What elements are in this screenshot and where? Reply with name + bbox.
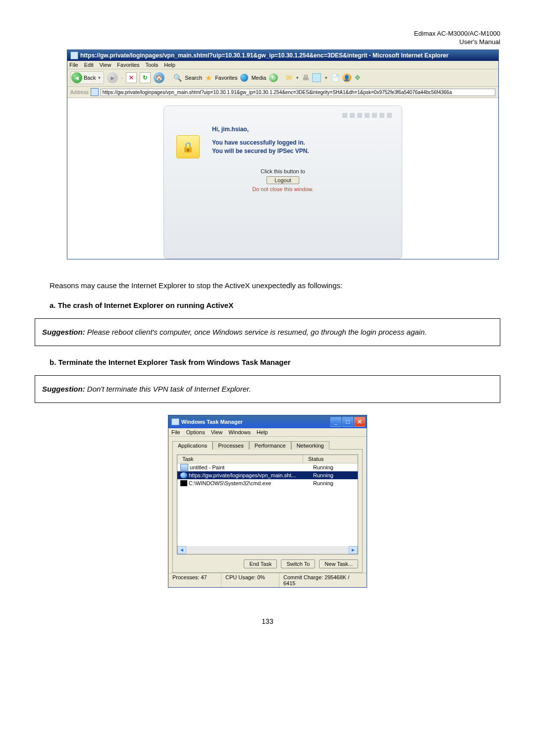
- page-header: Edimax AC-M3000/AC-M1000 User's Manual: [414, 30, 500, 47]
- page-number: 133: [35, 617, 500, 625]
- task-row-cmd[interactable]: C:\WINDOWS\System32\cmd.exe Running: [177, 479, 358, 487]
- close-button[interactable]: ✕: [354, 417, 365, 427]
- back-arrow-icon: ◄: [71, 72, 82, 83]
- tm-menubar: File Options View Windows Help: [168, 428, 367, 437]
- ie-menubar: File Edit View Favorites Tools Help: [67, 61, 498, 69]
- menu-tools[interactable]: Tools: [146, 62, 159, 68]
- tab-applications[interactable]: Applications: [172, 441, 213, 450]
- status-cpu: CPU Usage: 0%: [221, 573, 279, 587]
- vpn-msg-line2: You will be secured by IPSec VPN.: [212, 147, 389, 155]
- menu-favorites[interactable]: Favorites: [117, 62, 139, 68]
- address-label: Address: [70, 90, 89, 95]
- tab-processes[interactable]: Processes: [213, 441, 249, 450]
- ie-title-bar: https://gw.private/loginpages/vpn_main.s…: [67, 50, 498, 61]
- tm-list-header: Task Status: [177, 455, 358, 463]
- vpn-login-card: 🔒 Hi, jim.hsiao, You have successfully l…: [163, 105, 402, 259]
- tab-networking[interactable]: Networking: [291, 441, 329, 450]
- forward-button[interactable]: ►: [107, 72, 118, 83]
- stop-button[interactable]: ✕: [126, 72, 137, 83]
- suggestion-b-lead: Suggestion:: [42, 385, 85, 393]
- paint-icon: [180, 464, 188, 471]
- ie-toolbar: ◄ Back ▼ ► · ✕ ↻ 🏠 🔍 Search ★ Favorites …: [67, 69, 498, 87]
- messenger-button[interactable]: 👤: [342, 73, 351, 82]
- suggestion-box-a: Suggestion: Please reboot client's compu…: [35, 318, 500, 346]
- address-input[interactable]: https://gw.private/loginpages/vpn_main.s…: [101, 89, 495, 96]
- ie-icon: [180, 472, 187, 478]
- col-status[interactable]: Status: [303, 455, 358, 463]
- menu-view[interactable]: View: [100, 62, 111, 68]
- cmd-icon: [180, 480, 187, 486]
- folder-button[interactable]: 📄: [331, 74, 339, 82]
- horizontal-scrollbar[interactable]: ◄ ►: [177, 546, 358, 554]
- col-task[interactable]: Task: [177, 455, 303, 463]
- tm-menu-windows[interactable]: Windows: [228, 429, 251, 435]
- end-task-button[interactable]: End Task: [244, 559, 277, 568]
- task-manager-window: Windows Task Manager _ □ ✕ File Options …: [168, 415, 367, 588]
- menu-help[interactable]: Help: [164, 62, 175, 68]
- reasons-paragraph: Reasons may cause the Internet Explorer …: [50, 279, 500, 292]
- media-icon: [240, 74, 248, 82]
- tab-performance[interactable]: Performance: [249, 441, 291, 450]
- favorites-star-icon: ★: [205, 73, 212, 83]
- task-manager-icon: [171, 418, 179, 425]
- home-button[interactable]: 🏠: [154, 72, 164, 83]
- menu-file[interactable]: File: [69, 62, 78, 68]
- links-button[interactable]: ❖: [354, 73, 361, 82]
- refresh-button[interactable]: ↻: [140, 72, 151, 83]
- vpn-warning: Do not close this window.: [164, 186, 402, 192]
- new-task-button[interactable]: New Task...: [319, 559, 358, 568]
- tm-status-bar: Processes: 47 CPU Usage: 0% Commit Charg…: [168, 573, 367, 587]
- ie-browser-window: https://gw.private/loginpages/vpn_main.s…: [67, 50, 499, 259]
- suggestion-box-b: Suggestion: Don't terminate this VPN tas…: [35, 375, 500, 403]
- scroll-right-icon[interactable]: ►: [349, 546, 358, 554]
- suggestion-a-lead: Suggestion:: [42, 328, 85, 336]
- history-button[interactable]: ↻: [269, 73, 278, 82]
- tm-title-bar: Windows Task Manager _ □ ✕: [168, 415, 367, 428]
- tm-panel: Task Status untitled - Paint Running: [172, 449, 363, 573]
- page-favicon-icon: [91, 88, 99, 96]
- chevron-down-icon: ▼: [97, 76, 101, 80]
- tm-tabs: Applications Processes Performance Netwo…: [172, 441, 363, 449]
- product-name: Edimax AC-M3000/AC-M1000: [414, 30, 500, 38]
- doc-subtitle: User's Manual: [414, 38, 500, 47]
- suggestion-b-body: Don't terminate this VPN task of Interne…: [85, 385, 251, 393]
- ie-address-bar: Address https://gw.private/loginpages/vp…: [67, 87, 498, 98]
- heading-b: b. Terminate the Internet Explorer Task …: [50, 358, 500, 366]
- heading-a: a. The crash of Internet Explorer on run…: [50, 301, 500, 309]
- mail-button[interactable]: ✉: [286, 73, 292, 82]
- tm-task-list: Task Status untitled - Paint Running: [177, 454, 358, 554]
- lock-icon: 🔒: [176, 135, 200, 158]
- tm-menu-file[interactable]: File: [171, 429, 180, 435]
- menu-edit[interactable]: Edit: [84, 62, 94, 68]
- ie-title-text: https://gw.private/loginpages/vpn_main.s…: [80, 52, 448, 59]
- favorites-button[interactable]: Favorites: [215, 75, 237, 81]
- back-button[interactable]: ◄ Back ▼: [70, 71, 104, 84]
- search-button[interactable]: Search: [185, 75, 202, 81]
- status-commit: Commit Charge: 295468K / 6415: [279, 573, 367, 587]
- vpn-greeting: Hi, jim.hsiao,: [212, 126, 389, 133]
- logout-button[interactable]: Logout: [267, 176, 299, 184]
- maximize-button[interactable]: □: [342, 417, 353, 427]
- tm-menu-help[interactable]: Help: [257, 429, 268, 435]
- tm-menu-view[interactable]: View: [211, 429, 223, 435]
- status-processes: Processes: 47: [168, 573, 221, 587]
- suggestion-a-body: Please reboot client's computer, once Wi…: [85, 328, 427, 336]
- vpn-msg-line1: You have successfully logged in.: [212, 139, 389, 147]
- vpn-click-label: Click this button to: [164, 168, 402, 174]
- task-row-ie-vpn[interactable]: https://gw.private/loginpages/vpn_main.s…: [177, 471, 358, 479]
- print-button[interactable]: 🖶: [302, 74, 309, 82]
- media-button[interactable]: Media: [251, 75, 266, 81]
- edit-button[interactable]: [312, 73, 321, 82]
- ie-content-area: 🔒 Hi, jim.hsiao, You have successfully l…: [67, 98, 498, 259]
- minimize-button[interactable]: _: [330, 417, 341, 427]
- switch-to-button[interactable]: Switch To: [281, 559, 315, 568]
- page-icon: [70, 51, 78, 59]
- tm-menu-options[interactable]: Options: [186, 429, 205, 435]
- scroll-left-icon[interactable]: ◄: [177, 546, 186, 554]
- task-row-paint[interactable]: untitled - Paint Running: [177, 463, 358, 471]
- decorative-dots: [164, 113, 402, 123]
- tm-title-text: Windows Task Manager: [181, 419, 243, 425]
